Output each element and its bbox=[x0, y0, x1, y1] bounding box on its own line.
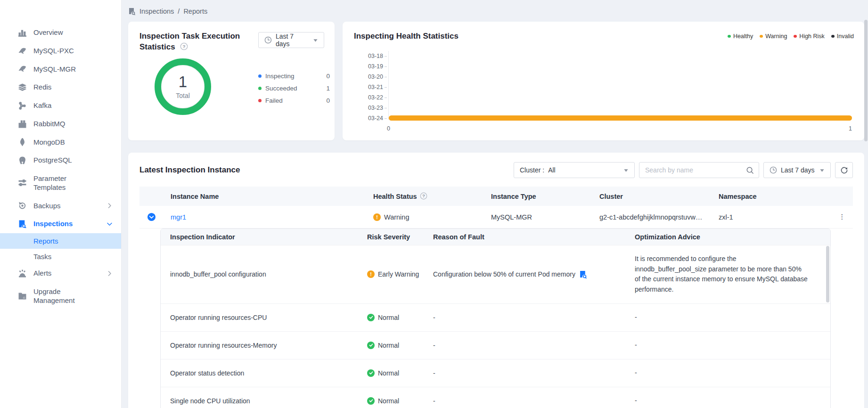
chart-row: 03-24 bbox=[354, 113, 853, 123]
normal-badge: Normal bbox=[367, 369, 399, 377]
chart-row: 03-18 bbox=[354, 51, 853, 61]
check-icon bbox=[367, 369, 375, 377]
sidebar-item-mongodb[interactable]: MongoDB bbox=[0, 133, 121, 152]
y-tick-label: 03-20 bbox=[354, 73, 383, 80]
donut-total-value: 1 bbox=[179, 74, 187, 90]
inner-scrollbar-thumb[interactable] bbox=[826, 246, 829, 302]
clock-icon bbox=[264, 36, 272, 44]
sidebar-item-mysql-pxc[interactable]: MySQL-PXC bbox=[0, 42, 121, 60]
normal-badge: Normal bbox=[367, 314, 399, 321]
y-tick-label: 03-19 bbox=[354, 63, 383, 70]
legend-item-invalid[interactable]: Invalid bbox=[831, 33, 854, 40]
sidebar-item-alerts[interactable]: Alerts bbox=[0, 264, 121, 283]
col-cluster: Cluster bbox=[592, 187, 711, 206]
caret-down-icon bbox=[819, 168, 825, 173]
sidebar-subitem-tasks[interactable]: Tasks bbox=[0, 249, 121, 264]
row-actions-menu[interactable]: ⋮ bbox=[820, 206, 853, 228]
legend-item-warning[interactable]: Warning bbox=[760, 33, 787, 40]
reason-cell: - bbox=[424, 387, 625, 408]
instance-row-mgr1: mgr1 ! Warning MySQL-MGR g2-c1-abcdefghi… bbox=[139, 206, 853, 228]
reason-cell: - bbox=[424, 359, 625, 387]
legend-item-succeeded[interactable]: Succeeded 1 bbox=[258, 85, 330, 92]
sidebar-item-kafka[interactable]: Kafka bbox=[0, 97, 121, 115]
date-range-select[interactable]: Last 7 days bbox=[763, 162, 831, 178]
help-icon[interactable]: ? bbox=[420, 192, 427, 200]
legend-item-inspecting[interactable]: Inspecting 0 bbox=[258, 73, 330, 80]
sidebar-item-redis[interactable]: Redis bbox=[0, 78, 121, 97]
col-instance-name: Instance Name bbox=[163, 187, 366, 206]
legend-dot bbox=[831, 35, 835, 38]
search-icon[interactable] bbox=[746, 166, 754, 174]
date-range-select[interactable]: Last 7 days bbox=[258, 32, 324, 48]
reason-cell: - bbox=[424, 304, 625, 331]
instance-link[interactable]: mgr1 bbox=[171, 213, 186, 221]
col-risk-severity: Risk Severity bbox=[358, 229, 424, 245]
layers-icon bbox=[18, 83, 26, 92]
legend-dot bbox=[258, 99, 262, 102]
warning-icon: ! bbox=[367, 270, 375, 278]
instances-table: Instance Name Health Status? Instance Ty… bbox=[139, 187, 853, 228]
sidebar-item-postgresql[interactable]: PostgreSQL bbox=[0, 151, 121, 170]
advice-cell: - bbox=[625, 387, 830, 408]
folder-gear-icon bbox=[18, 292, 26, 301]
chart-row: 03-21 bbox=[354, 82, 853, 92]
nodes-icon bbox=[18, 101, 26, 110]
sidebar-item-mysql-mgr[interactable]: MySQL-MGR bbox=[0, 60, 121, 79]
sidebar: Overview MySQL-PXC MySQL-MGR Redis Kafka… bbox=[0, 0, 122, 408]
x-tick-min: 0 bbox=[387, 125, 390, 132]
sidebar-item-overview[interactable]: Overview bbox=[0, 24, 121, 42]
task-execution-stats-card: Inspection Task Execution Statistics ? L… bbox=[128, 22, 335, 140]
y-tick bbox=[385, 118, 387, 119]
expand-column-header bbox=[139, 187, 163, 206]
view-report-icon[interactable] bbox=[579, 270, 587, 278]
sidebar-item-backups[interactable]: Backups bbox=[0, 197, 121, 215]
y-tick-label: 03-18 bbox=[354, 53, 383, 59]
sidebar-item-parameter-templates[interactable]: Parameter Templates bbox=[0, 170, 121, 197]
instance-type-cell: MySQL-MGR bbox=[483, 206, 592, 228]
dolphin-icon bbox=[18, 65, 26, 73]
sidebar-item-upgrade-management[interactable]: Upgrade Management bbox=[0, 283, 121, 310]
legend-value: 1 bbox=[326, 85, 330, 92]
advice-cell: - bbox=[625, 332, 830, 359]
collapse-row-icon[interactable] bbox=[147, 212, 156, 221]
legend-item-healthy[interactable]: Healthy bbox=[728, 33, 753, 40]
check-icon bbox=[367, 342, 375, 349]
health-bar-chart: 03-18 03-19 03-20 03-21 03-22 03-23 03-2… bbox=[354, 51, 853, 133]
indicator-cell: innodb_buffer_pool configuration bbox=[161, 245, 358, 303]
chart-row: 03-23 bbox=[354, 103, 853, 113]
detail-row: innodb_buffer_pool configuration ! Early… bbox=[161, 245, 830, 303]
col-actions bbox=[820, 187, 853, 206]
legend-value: 0 bbox=[326, 73, 330, 80]
page-scrollbar-thumb[interactable] bbox=[864, 20, 868, 141]
indicator-cell: Operator status detection bbox=[161, 359, 358, 387]
indicator-cell: Single node CPU utilization bbox=[161, 387, 358, 408]
risk-cell: ! Early Warning bbox=[358, 245, 424, 303]
search-input[interactable]: Search by name bbox=[639, 162, 759, 178]
breadcrumb-section[interactable]: Inspections bbox=[139, 8, 174, 15]
sidebar-subitem-reports[interactable]: Reports bbox=[0, 233, 121, 249]
normal-badge: Normal bbox=[367, 397, 399, 405]
legend-item-failed[interactable]: Failed 0 bbox=[258, 97, 330, 104]
normal-badge: Normal bbox=[367, 342, 399, 349]
search-placeholder: Search by name bbox=[645, 166, 746, 174]
expand-cell bbox=[139, 206, 163, 228]
sidebar-item-inspections[interactable]: Inspections bbox=[0, 215, 121, 233]
y-tick bbox=[385, 108, 387, 108]
help-icon[interactable]: ? bbox=[180, 42, 188, 50]
refresh-button[interactable] bbox=[835, 162, 853, 178]
chart-row: 03-19 bbox=[354, 61, 853, 72]
sidebar-item-rabbitmq[interactable]: RabbitMQ bbox=[0, 115, 121, 133]
cluster-select[interactable]: Cluster : All bbox=[514, 162, 635, 178]
legend-item-high-risk[interactable]: High Risk bbox=[794, 33, 825, 40]
warning-bar-03-24[interactable] bbox=[389, 115, 852, 121]
sidebar-item-label: MongoDB bbox=[33, 138, 65, 147]
clock-icon bbox=[770, 166, 777, 174]
date-range-value: Last 7 days bbox=[781, 166, 815, 174]
svg-text:?: ? bbox=[422, 194, 425, 198]
elephant-icon bbox=[18, 156, 26, 165]
legend-dot bbox=[760, 35, 763, 38]
dolphin-icon bbox=[18, 47, 26, 55]
y-tick-label: 03-24 bbox=[354, 115, 383, 122]
status-text: Warning bbox=[384, 213, 409, 221]
y-tick-label: 03-21 bbox=[354, 84, 383, 90]
